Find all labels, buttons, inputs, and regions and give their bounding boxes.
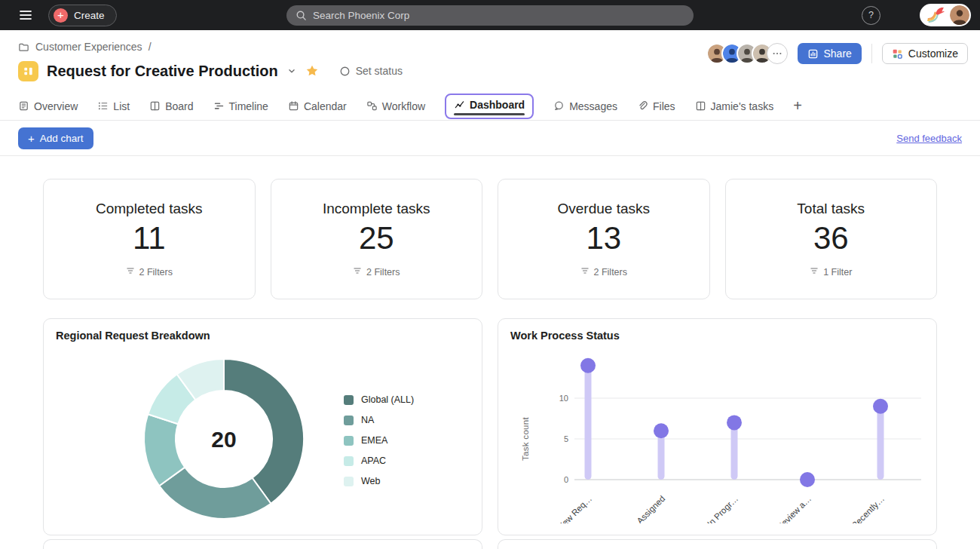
help-button[interactable]: ? <box>862 6 880 25</box>
account-pill[interactable] <box>920 4 971 26</box>
tab-dashboard[interactable]: Dashboard <box>445 94 534 119</box>
x-category-label: Assigned <box>635 494 666 523</box>
y-axis-label: Task count <box>521 417 530 461</box>
filter-icon <box>810 266 819 278</box>
add-chart-label: Add chart <box>40 133 84 144</box>
stat-card-overdue-tasks[interactable]: Overdue tasks132 Filters <box>498 179 710 299</box>
stat-filters-button[interactable]: 2 Filters <box>580 266 627 278</box>
tab-label: Dashboard <box>470 99 525 111</box>
tab-label: Calendar <box>304 100 347 112</box>
customize-label: Customize <box>908 48 958 60</box>
dashboard-content: Completed tasks112 FiltersIncomplete tas… <box>0 156 980 549</box>
lollipop-stem <box>731 422 738 480</box>
lollipop-stem <box>585 366 592 480</box>
stats-row: Completed tasks112 FiltersIncomplete tas… <box>43 179 937 299</box>
tab-workflow[interactable]: Workflow <box>366 100 425 112</box>
more-collaborators-button[interactable] <box>767 43 788 64</box>
lollipop-dot <box>727 415 742 430</box>
stat-filters-label: 1 Filter <box>823 267 852 278</box>
filter-icon <box>353 266 362 278</box>
tab-messages[interactable]: Messages <box>553 100 617 112</box>
chart-card-work-process-status[interactable]: Work Process Status 0510Task countNew Re… <box>498 318 937 535</box>
search-input[interactable] <box>313 10 684 21</box>
stat-title: Overdue tasks <box>558 201 651 217</box>
donut-chart: 20 <box>136 351 311 526</box>
donut-center-value: 20 <box>211 427 236 452</box>
filter-icon <box>580 266 590 278</box>
chart-title: Work Process Status <box>510 330 924 342</box>
chart-card-regional-request-breakdown[interactable]: Regional Request Breakdown 20 Global (AL… <box>43 318 482 535</box>
stat-filters-label: 2 Filters <box>139 267 173 278</box>
lollipop-dot <box>654 423 669 438</box>
tab-label: Files <box>653 100 675 112</box>
x-category-label: New Req… <box>556 494 593 523</box>
stat-filters-button[interactable]: 2 Filters <box>126 266 173 278</box>
phoenix-logo <box>926 6 946 24</box>
x-category-label: Recently… <box>850 494 886 523</box>
top-bar: + Create ? <box>0 0 980 30</box>
chevron-down-icon[interactable] <box>286 66 297 76</box>
legend-item-global-all: Global (ALL) <box>344 394 414 405</box>
plus-icon: + <box>54 8 68 23</box>
calendar-icon <box>288 100 299 112</box>
stat-filters-button[interactable]: 1 Filter <box>810 266 852 278</box>
tab-files[interactable]: Files <box>637 100 675 112</box>
project-header: Customer Experiences / Request for Creat… <box>0 30 980 121</box>
stat-card-incomplete-tasks[interactable]: Incomplete tasks252 Filters <box>271 179 483 299</box>
legend-label: APAC <box>361 455 386 466</box>
global-search[interactable] <box>286 5 694 26</box>
tab-label: Timeline <box>229 100 268 112</box>
next-chart-card-edge <box>43 539 482 549</box>
tab-label: Board <box>165 100 193 112</box>
stat-filters-button[interactable]: 2 Filters <box>353 266 400 278</box>
tab-list[interactable]: List <box>97 100 130 112</box>
tab-jamies-tasks[interactable]: Jamie's tasks <box>695 100 774 112</box>
legend-item-na: NA <box>344 415 414 425</box>
tab-timeline[interactable]: Timeline <box>213 100 268 112</box>
tab-overview[interactable]: Overview <box>18 100 78 112</box>
favorite-star-icon[interactable] <box>305 64 319 78</box>
status-circle-icon <box>339 66 351 77</box>
overview-icon <box>18 100 29 112</box>
tab-label: Jamie's tasks <box>711 100 774 112</box>
hamburger-menu-icon[interactable] <box>18 8 33 23</box>
share-label: Share <box>824 48 852 60</box>
stat-card-completed-tasks[interactable]: Completed tasks112 Filters <box>43 179 256 299</box>
charts-row: Regional Request Breakdown 20 Global (AL… <box>43 318 937 535</box>
workflow-icon <box>366 100 378 112</box>
tab-board[interactable]: Board <box>149 100 193 112</box>
send-feedback-link[interactable]: Send feedback <box>896 133 962 144</box>
messages-icon <box>553 100 565 112</box>
donut-wrap: 20 Global (ALL)NAEMEAAPACWeb <box>56 351 470 526</box>
add-tab-button[interactable]: + <box>793 98 802 115</box>
breadcrumb-link[interactable]: Customer Experiences <box>35 41 142 53</box>
collaborator-avatars <box>706 43 788 64</box>
create-button[interactable]: + Create <box>48 5 117 26</box>
lollipop-dot <box>580 358 596 373</box>
legend-label: Web <box>361 476 380 486</box>
add-chart-button[interactable]: + Add chart <box>18 127 93 149</box>
legend-chip <box>344 395 354 405</box>
tab-bar: OverviewListBoardTimelineCalendarWorkflo… <box>18 92 968 120</box>
share-button[interactable]: Share <box>798 43 862 64</box>
ai-sparkles-icon[interactable] <box>891 7 909 23</box>
svg-text:0: 0 <box>564 475 568 484</box>
tab-calendar[interactable]: Calendar <box>288 100 347 112</box>
tab-label: Overview <box>34 100 78 112</box>
filter-icon <box>126 266 135 278</box>
dashboard-icon <box>454 99 465 110</box>
stat-value: 25 <box>359 220 394 256</box>
legend-label: Global (ALL) <box>361 394 414 405</box>
topbar-right: ? <box>862 4 971 26</box>
legend-chip <box>344 436 354 446</box>
list-icon <box>97 100 109 112</box>
stat-card-total-tasks[interactable]: Total tasks361 Filter <box>725 179 938 299</box>
stat-value: 13 <box>586 220 621 256</box>
customize-button[interactable]: Customize <box>882 43 968 64</box>
stat-title: Incomplete tasks <box>323 201 430 217</box>
plus-icon: + <box>28 133 35 144</box>
svg-text:10: 10 <box>559 394 568 403</box>
customize-grid-icon <box>892 48 903 60</box>
set-status-button[interactable]: Set status <box>339 65 403 77</box>
stat-filters-label: 2 Filters <box>594 267 627 278</box>
